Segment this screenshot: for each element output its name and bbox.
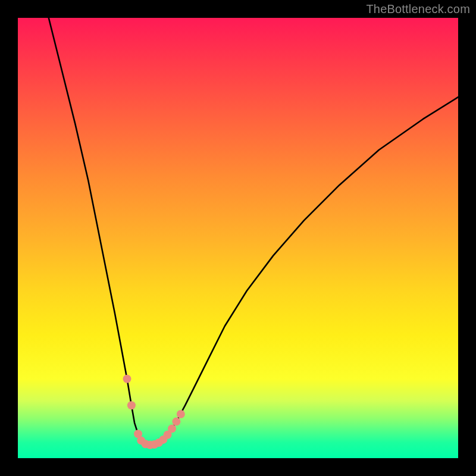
- chart-container: TheBottleneck.com: [0, 0, 476, 476]
- plot-area: [18, 18, 458, 458]
- watermark-text: TheBottleneck.com: [366, 2, 470, 16]
- bottleneck-curve: [49, 18, 458, 445]
- curve-marker: [172, 418, 180, 426]
- curve-marker: [127, 401, 136, 409]
- curve-overlay: [18, 18, 458, 458]
- curve-marker: [168, 424, 176, 433]
- curve-marker: [123, 375, 131, 383]
- curve-marker: [177, 410, 185, 418]
